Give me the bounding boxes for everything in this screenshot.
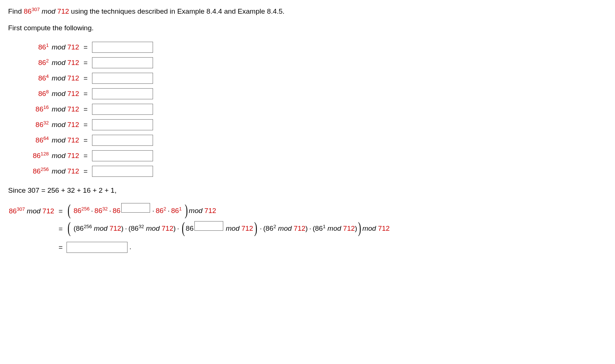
- power-expr: 862: [13, 55, 50, 71]
- answer-input-256[interactable]: [92, 166, 153, 177]
- modulus: 712: [55, 7, 69, 15]
- answer-cell: [91, 102, 154, 117]
- table-row: 864 mod 712 =: [13, 71, 154, 86]
- text: Find: [8, 7, 24, 15]
- table-row: 8616 mod 712 =: [13, 102, 154, 117]
- final-answer-input[interactable]: [67, 242, 128, 253]
- equals: =: [81, 117, 91, 133]
- power-expr: 8632: [13, 117, 50, 133]
- base: 86: [24, 7, 31, 15]
- answer-input-4[interactable]: [92, 73, 153, 84]
- answer-cell: [91, 55, 154, 71]
- answer-input-8[interactable]: [92, 88, 153, 99]
- mod-word: mod: [42, 7, 55, 15]
- answer-input-64[interactable]: [92, 135, 153, 146]
- power-expr: 8664: [13, 133, 50, 148]
- power-expr: 861: [13, 40, 50, 55]
- equals: =: [81, 40, 91, 55]
- equals: =: [56, 220, 66, 238]
- mod-expr: mod 712: [50, 148, 81, 164]
- problem-statement: Find 86307 mod 712 using the techniques …: [8, 7, 607, 17]
- equals: =: [81, 55, 91, 71]
- calc-rhs-line2: ( (86256 mod 712)·(8632 mod 712)·(86 mod…: [66, 220, 391, 238]
- table-row: 8632 mod 712 =: [13, 117, 154, 133]
- power-expr: 864: [13, 71, 50, 86]
- table-row: 862 mod 712 =: [13, 55, 154, 71]
- answer-cell: [91, 148, 154, 164]
- answer-cell: [91, 40, 154, 55]
- mod-expr: mod 712: [50, 133, 81, 148]
- answer-cell: [91, 86, 154, 102]
- answer-input-1[interactable]: [92, 42, 153, 53]
- table-row: 86256 mod 712 =: [13, 164, 154, 179]
- power-expr: 86256: [13, 164, 50, 179]
- first-compute-label: First compute the following.: [8, 23, 607, 33]
- power-table: 861 mod 712 = 862 mod 712 = 864 mod 712 …: [13, 40, 154, 179]
- calc-row-3: = .: [8, 238, 390, 257]
- answer-input-32[interactable]: [92, 119, 153, 130]
- calc-rhs-line3: .: [66, 238, 391, 257]
- calc-rhs-line1: ( 86256·8632·86·862·861 )mod 712: [66, 202, 391, 220]
- period: .: [129, 243, 131, 251]
- equals: =: [56, 238, 66, 257]
- mod-expr: mod 712: [50, 71, 81, 86]
- answer-input-2[interactable]: [92, 57, 153, 68]
- calc-lhs: 86307 mod 712: [8, 202, 56, 220]
- answer-input-128[interactable]: [92, 150, 153, 161]
- table-row: 8664 mod 712 =: [13, 133, 154, 148]
- empty: [8, 220, 56, 238]
- empty: [8, 238, 56, 257]
- mod-expr: mod 712: [50, 117, 81, 133]
- mod-expr: mod 712: [50, 102, 81, 117]
- equals: =: [81, 86, 91, 102]
- exponent-input-line2[interactable]: [194, 221, 223, 231]
- table-row: 868 mod 712 =: [13, 86, 154, 102]
- calc-row-2: = ( (86256 mod 712)·(8632 mod 712)·(86 m…: [8, 220, 390, 238]
- power-expr: 868: [13, 86, 50, 102]
- equals: =: [81, 148, 91, 164]
- exponent-input-line1[interactable]: [121, 203, 150, 213]
- answer-cell: [91, 71, 154, 86]
- mod-expr: mod 712: [50, 55, 81, 71]
- answer-cell: [91, 164, 154, 179]
- since-decomposition: Since 307 = 256 + 32 + 16 + 2 + 1,: [8, 186, 607, 196]
- equals: =: [56, 202, 66, 220]
- text: using the techniques described in Exampl…: [69, 7, 285, 15]
- mod-expr: mod 712: [50, 86, 81, 102]
- calc-row-1: 86307 mod 712 = ( 86256·8632·86·862·861 …: [8, 202, 390, 220]
- table-row: 861 mod 712 =: [13, 40, 154, 55]
- calculation-block: 86307 mod 712 = ( 86256·8632·86·862·861 …: [8, 202, 390, 257]
- power-expr: 86128: [13, 148, 50, 164]
- equals: =: [81, 71, 91, 86]
- exponent: 307: [31, 7, 40, 12]
- mod-expr: mod 712: [50, 164, 81, 179]
- equals: =: [81, 102, 91, 117]
- answer-cell: [91, 133, 154, 148]
- answer-cell: [91, 117, 154, 133]
- table-row: 86128 mod 712 =: [13, 148, 154, 164]
- equals: =: [81, 164, 91, 179]
- mod-expr: mod 712: [50, 40, 81, 55]
- answer-input-16[interactable]: [92, 104, 153, 115]
- power-expr: 8616: [13, 102, 50, 117]
- equals: =: [81, 133, 91, 148]
